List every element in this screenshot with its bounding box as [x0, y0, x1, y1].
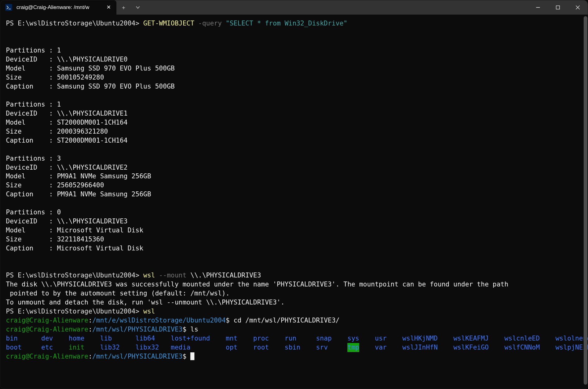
- tab-close-button[interactable]: ✕: [106, 4, 111, 11]
- wmi-field-label: Model :: [6, 172, 57, 180]
- wmi-field-label: Size :: [6, 74, 57, 81]
- ls-entry: var: [375, 343, 387, 352]
- dollar: $: [226, 317, 233, 324]
- wmi-field-label: Partitions :: [6, 155, 57, 162]
- ls-entry: wslolnend: [555, 334, 588, 343]
- ls-entry: sbin: [285, 343, 301, 352]
- ls-entry: libx32: [135, 343, 159, 352]
- ps-prompt: PS E:\wslDistroStorage\Ubuntu2004>: [6, 272, 143, 279]
- wmi-field-label: Size :: [6, 236, 57, 243]
- ps-prompt: PS E:\wslDistroStorage\Ubuntu2004>: [6, 308, 143, 315]
- wmi-field-label: Partitions :: [6, 47, 57, 54]
- wmi-field-value: PM9A1 NVMe Samsung 256GB: [57, 172, 151, 180]
- scrollbar[interactable]: [584, 16, 587, 385]
- output-line: To unmount and detach the disk, run 'wsl…: [6, 299, 285, 306]
- wmi-field-label: Model :: [6, 227, 57, 234]
- close-button[interactable]: [568, 0, 588, 15]
- wmi-field-label: Partitions :: [6, 101, 57, 108]
- wmi-field-value: Microsoft Virtual Disk: [57, 245, 143, 252]
- bash-path: /mnt/wsl/PHYSICALDRIVE3: [92, 353, 183, 360]
- ls-entry: tmp: [347, 343, 359, 352]
- ls-entry: wslcnleED: [504, 334, 540, 343]
- maximize-button[interactable]: [548, 0, 568, 15]
- wmi-field-label: Caption :: [6, 83, 57, 90]
- ls-entry: wslfCNNoM: [504, 343, 540, 352]
- bash-user: craig@Craig-Alienware: [6, 326, 88, 333]
- titlebar-remainder: ＋: [116, 0, 588, 15]
- terminal-tab[interactable]: craig@Craig-Alienware: /mnt/w ✕: [0, 0, 116, 15]
- output-line: pointed to by the automount setting (def…: [6, 290, 230, 297]
- wmi-field-label: Caption :: [6, 245, 57, 252]
- ls-entry: bin: [6, 334, 18, 343]
- ls-entry: boot: [6, 343, 22, 352]
- wmi-field-label: DeviceID :: [6, 110, 57, 117]
- ls-entry: wslKEAFMJ: [453, 334, 489, 343]
- ls-entry: home: [69, 334, 84, 343]
- wmi-field-label: Caption :: [6, 137, 57, 144]
- wmi-field-value: PM9A1 NVMe Samsung 256GB: [57, 190, 151, 198]
- colon: :: [88, 317, 93, 324]
- ls-entry: dev: [41, 334, 53, 343]
- wmi-field-label: DeviceID :: [6, 164, 57, 171]
- bash-path: /mnt/e/wslDistroStorage/Ubuntu2004: [92, 317, 226, 324]
- wmi-field-value: Samsung SSD 970 EVO Plus 500GB: [57, 65, 174, 72]
- cmd-arg: "SELECT * from Win32_DiskDrive": [226, 20, 347, 27]
- cmd-arg: \\.\PHYSICALDRIVE3: [187, 272, 261, 279]
- cmd-flag: -query: [198, 20, 226, 27]
- dollar: $: [183, 353, 190, 360]
- wmi-field-label: Size :: [6, 181, 57, 189]
- bash-path: /mnt/wsl/PHYSICALDRIVE3: [92, 326, 183, 333]
- ps-prompt: PS E:\wslDistroStorage\Ubuntu2004>: [6, 20, 143, 27]
- cmd: wsl: [143, 308, 155, 315]
- ls-entry: wslJInHfN: [402, 343, 438, 352]
- wmi-field-value: 500105249280: [57, 74, 104, 81]
- wmi-field-label: Model :: [6, 65, 57, 72]
- wmi-field-value: \\.\PHYSICALDRIVE0: [57, 56, 128, 63]
- wmi-field-value: 1: [57, 101, 61, 108]
- bash-command: cd /mnt/wsl/PHYSICALDRIVE3/: [233, 317, 339, 324]
- cmd-flag: --mount: [159, 272, 187, 279]
- ls-entry: lost+found: [171, 334, 210, 343]
- colon: :: [88, 353, 93, 360]
- cmd: GET-WMIOBJECT: [143, 20, 198, 27]
- ls-entry: init: [69, 343, 84, 352]
- bash-user: craig@Craig-Alienware: [6, 317, 88, 324]
- wmi-field-label: DeviceID :: [6, 56, 57, 63]
- ls-entry: snap: [316, 334, 332, 343]
- scrollbar-thumb[interactable]: [584, 16, 587, 385]
- wmi-field-value: ST2000DM001-1CH164: [57, 119, 128, 126]
- ls-entry: etc: [41, 343, 53, 352]
- ls-entry: media: [171, 343, 190, 352]
- ls-entry: wslpjNEiK: [555, 343, 588, 352]
- titlebar: craig@Craig-Alienware: /mnt/w ✕ ＋: [0, 0, 588, 15]
- wmi-field-label: Model :: [6, 119, 57, 126]
- wmi-field-value: ST2000DM001-1CH164: [57, 137, 128, 144]
- ls-entry: wslKFeiGO: [453, 343, 489, 352]
- tab-title: craig@Craig-Alienware: /mnt/w: [16, 4, 102, 11]
- ls-entry: run: [285, 334, 296, 343]
- wmi-field-value: 2000396321280: [57, 128, 108, 135]
- wmi-field-value: 3: [57, 155, 61, 162]
- cursor: █: [190, 353, 194, 360]
- bash-user: craig@Craig-Alienware: [6, 353, 88, 360]
- cmd: wsl: [143, 272, 159, 279]
- wmi-field-label: DeviceID :: [6, 217, 57, 225]
- wmi-field-value: 322118415360: [57, 236, 104, 243]
- wmi-field-value: \\.\PHYSICALDRIVE3: [57, 217, 128, 225]
- ls-entry: srv: [316, 343, 328, 352]
- wmi-field-value: 1: [57, 47, 61, 54]
- powershell-icon: [5, 4, 12, 11]
- svg-rect-2: [556, 6, 560, 9]
- wmi-field-value: 256052966400: [57, 181, 104, 189]
- ls-entry: lib64: [135, 334, 155, 343]
- ls-entry: usr: [375, 334, 387, 343]
- wmi-field-value: Samsung SSD 970 EVO Plus 500GB: [57, 83, 174, 90]
- ls-entry: opt: [226, 343, 237, 352]
- new-tab-button[interactable]: ＋: [116, 0, 131, 15]
- ls-entry: proc: [253, 334, 269, 343]
- ls-entry: lib: [100, 334, 112, 343]
- minimize-button[interactable]: [528, 0, 548, 15]
- ls-entry: mnt: [226, 334, 237, 343]
- terminal-area[interactable]: PS E:\wslDistroStorage\Ubuntu2004> GET-W…: [0, 15, 588, 389]
- tab-dropdown-button[interactable]: [131, 0, 145, 15]
